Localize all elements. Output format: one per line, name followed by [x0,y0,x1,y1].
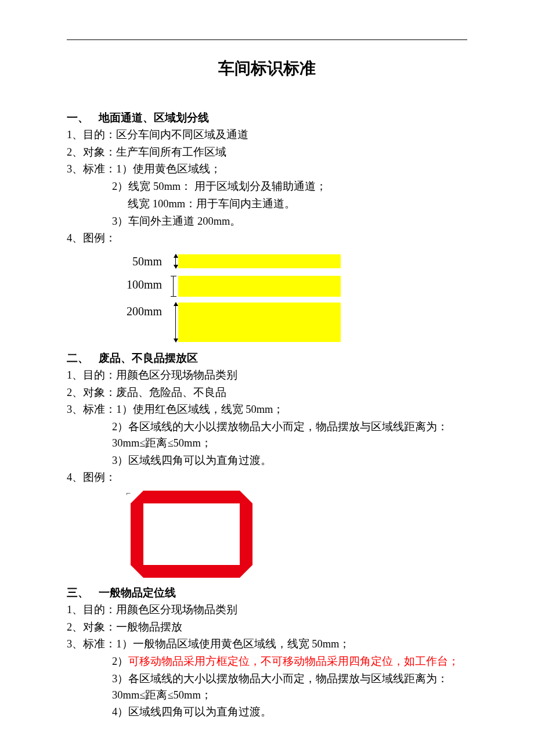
section-2-line: 2）各区域线的大小以摆放物品大小而定，物品摆放与区域线距离为：30mm≤距离≤5… [67,419,467,452]
bar-100-label: 100mm [120,276,164,293]
section-2-line: 4、图例： [67,470,467,486]
section-3-line: 4）区域线四角可以为直角过渡。 [67,704,467,721]
section-3-num: 三、 [67,585,99,601]
section-1-line: 线宽 100mm：用于车间内主通道。 [67,196,467,213]
section-2-heading: 二、废品、不良品摆放区 [67,350,467,366]
bar-row-200: 200mm [120,303,467,342]
section-1-line: 1、目的：区分车间内不同区域及通道 [67,127,467,143]
document-title: 车间标识标准 [67,56,467,81]
section-3-line: 2、对象：一般物品摆放 [67,620,467,636]
section-3-line: 1、目的：用颜色区分现场物品类别 [67,602,467,618]
section-1-line: 2、对象：生产车间所有工作区域 [67,145,467,161]
yellow-bar-50 [178,254,341,268]
bar-50-label: 50mm [120,253,164,270]
figure-yellow-bars: 50mm 100mm 200mm [120,253,467,342]
section-3-heading: 三、一般物品定位线 [67,585,467,601]
section-1-num: 一、 [67,110,99,126]
section-2-line: 3）区域线四角可以为直角过渡。 [67,453,467,469]
section-2-title: 废品、不良品摆放区 [99,352,198,364]
section-1-title: 地面通道、区域划分线 [99,111,209,124]
section-3-l4-highlight: 可移动物品采用方框定位，不可移动物品采用四角定位，如工作台； [128,656,459,667]
figure-red-frame: ⌐ [131,491,252,578]
section-3-line: 3）各区域线的大小以摆放物品大小而定，物品摆放与区域线距离为：30mm≤距离≤5… [67,671,467,704]
bar-200-label: 200mm [120,303,164,320]
dimension-arrow-icon [175,303,176,342]
dimension-arrow-icon [175,254,176,268]
section-1-line: 3）车间外主通道 200mm。 [67,214,467,230]
document-page: 车间标识标准 一、地面通道、区域划分线 1、目的：区分车间内不同区域及通道 2、… [0,0,534,756]
section-3-line: 3、标准：1）一般物品区域使用黄色区域线，线宽 50mm； [67,636,467,653]
section-1-line: 2）线宽 50mm： 用于区域划分及辅助通道； [67,179,467,195]
bar-row-50: 50mm [120,253,467,270]
section-2-line: 1、目的：用颜色区分现场物品类别 [67,368,467,384]
section-2-num: 二、 [67,350,99,366]
section-2-line: 3、标准：1）使用红色区域线，线宽 50mm； [67,402,467,418]
section-3-l4-prefix: 2） [112,656,128,667]
section-1-line: 4、图例： [67,231,467,247]
header-rule [67,39,467,40]
yellow-bar-100 [178,276,341,297]
red-frame-icon [131,491,252,578]
section-2-line: 2、对象：废品、危险品、不良品 [67,385,467,401]
section-3-title: 一般物品定位线 [99,586,176,599]
yellow-bar-200 [178,303,341,342]
section-1-heading: 一、地面通道、区域划分线 [67,110,467,126]
section-1-line: 3、标准：1）使用黄色区域线； [67,161,467,178]
section-3-line: 2）可移动物品采用方框定位，不可移动物品采用四角定位，如工作台； [67,654,467,670]
dimension-tick-icon [173,276,174,297]
bar-row-100: 100mm [120,276,467,297]
handle-icon: ⌐ [126,487,131,499]
